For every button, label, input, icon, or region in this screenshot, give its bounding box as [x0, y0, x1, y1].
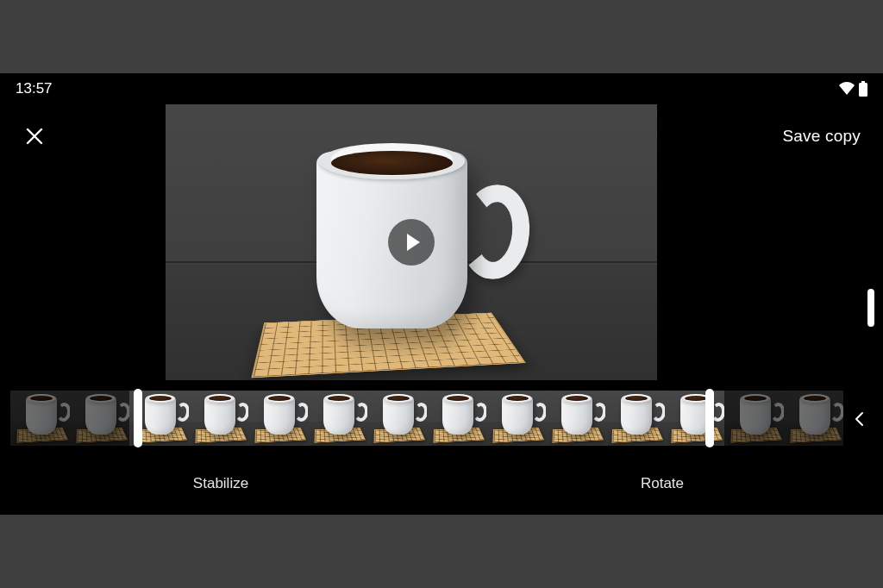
close-button[interactable] [22, 124, 47, 148]
timeline-frame[interactable] [724, 391, 784, 446]
timeline-frame[interactable] [367, 391, 427, 446]
edit-options: Stabilize Rotate [0, 465, 883, 503]
play-icon [407, 234, 420, 251]
editor-screen: 13:57 Save copy [0, 73, 883, 515]
timeline-frame[interactable] [427, 391, 486, 446]
navigation-pill[interactable] [867, 289, 874, 327]
save-copy-button[interactable]: Save copy [782, 127, 861, 146]
status-bar: 13:57 [0, 78, 883, 99]
timeline-frame[interactable] [546, 391, 605, 446]
timeline-frame[interactable] [248, 391, 308, 446]
timeline-frame[interactable] [665, 391, 724, 446]
timeline-frame[interactable] [189, 391, 248, 446]
chevron-left-icon [852, 411, 867, 427]
close-icon [25, 127, 44, 146]
status-indicators [838, 81, 867, 97]
wifi-icon [838, 82, 855, 96]
timeline-frame[interactable] [784, 391, 843, 446]
status-time: 13:57 [16, 80, 53, 97]
timeline-frame[interactable] [486, 391, 546, 446]
battery-icon [859, 81, 867, 97]
timeline-frame[interactable] [70, 391, 129, 446]
play-button[interactable] [388, 219, 435, 266]
collapse-button[interactable] [852, 411, 867, 427]
svg-rect-0 [861, 81, 865, 83]
trim-handle-right[interactable] [705, 389, 714, 447]
stabilize-option[interactable]: Stabilize [0, 465, 442, 503]
trim-handle-left[interactable] [134, 389, 142, 447]
svg-rect-1 [859, 83, 867, 97]
timeline-frame[interactable] [605, 391, 665, 446]
timeline-frame[interactable] [308, 391, 367, 446]
rotate-option[interactable]: Rotate [442, 465, 883, 503]
timeline-frame[interactable] [10, 391, 70, 446]
video-preview[interactable] [166, 104, 657, 380]
